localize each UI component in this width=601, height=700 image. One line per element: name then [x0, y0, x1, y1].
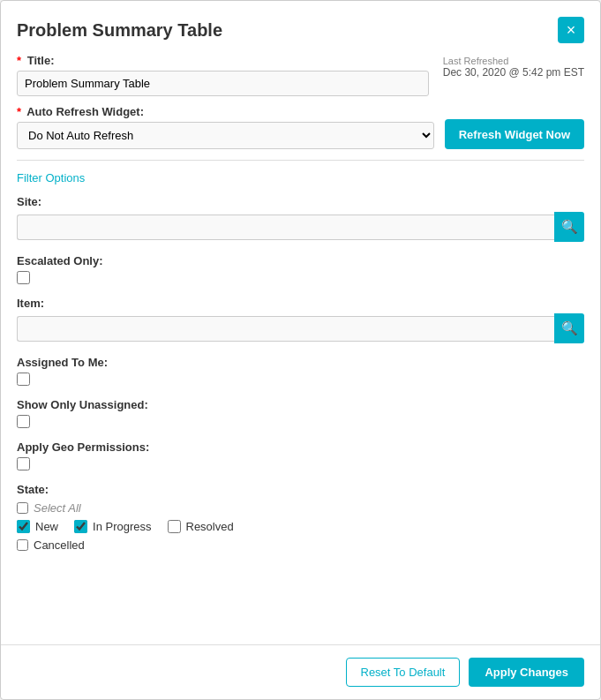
state-label: State: [17, 483, 584, 496]
auto-refresh-select[interactable]: Do Not Auto Refresh Every 1 Minute Every… [17, 122, 434, 149]
title-required-star: * [17, 54, 21, 67]
item-search-row: 🔍 [17, 313, 584, 343]
state-new-label: New [35, 520, 58, 533]
site-search-button[interactable]: 🔍 [554, 212, 584, 242]
show-only-unassigned-field: Show Only Unassigned: [17, 398, 584, 428]
assigned-to-me-label: Assigned To Me: [17, 356, 584, 369]
refresh-widget-now-button[interactable]: Refresh Widget Now [445, 119, 584, 149]
escalated-only-label: Escalated Only: [17, 254, 584, 267]
close-button[interactable]: × [558, 17, 584, 43]
modal-footer: Reset To Default Apply Changes [1, 644, 600, 699]
assigned-to-me-field: Assigned To Me: [17, 356, 584, 386]
auto-refresh-section: * Auto Refresh Widget: Do Not Auto Refre… [17, 105, 434, 149]
escalated-only-checkbox-row [17, 271, 584, 284]
state-cancelled-checkbox[interactable] [17, 539, 28, 551]
apply-geo-permissions-checkbox[interactable] [17, 457, 30, 470]
title-section: * Title: [17, 54, 429, 96]
state-section: State: Select All New In Progress Resolv… [17, 483, 584, 552]
item-search-icon: 🔍 [561, 320, 578, 336]
modal-body: * Title: Last Refreshed Dec 30, 2020 @ 5… [1, 54, 600, 644]
item-search-button[interactable]: 🔍 [554, 313, 584, 343]
escalated-only-field: Escalated Only: [17, 254, 584, 284]
state-option-cancelled: Cancelled [17, 538, 584, 552]
select-all-row: Select All [17, 501, 584, 515]
site-input[interactable] [17, 215, 554, 240]
state-in-progress-label: In Progress [93, 520, 151, 533]
state-resolved-label: Resolved [186, 520, 234, 533]
modal-title: Problem Summary Table [17, 20, 222, 41]
last-refreshed-label: Last Refreshed [443, 56, 584, 66]
title-input[interactable] [17, 71, 429, 96]
escalated-only-checkbox[interactable] [17, 271, 30, 284]
site-search-row: 🔍 [17, 212, 584, 242]
last-refreshed-value: Dec 30, 2020 @ 5:42 pm EST [443, 66, 584, 79]
state-option-resolved: Resolved [168, 520, 234, 533]
apply-geo-permissions-field: Apply Geo Permissions: [17, 440, 584, 470]
state-resolved-checkbox[interactable] [168, 520, 181, 533]
title-refresh-row: * Title: Last Refreshed Dec 30, 2020 @ 5… [17, 54, 584, 96]
state-option-new: New [17, 520, 58, 533]
select-all-label: Select All [34, 501, 81, 515]
site-field: Site: 🔍 [17, 195, 584, 242]
auto-refresh-required-star: * [17, 105, 21, 118]
show-only-unassigned-label: Show Only Unassigned: [17, 398, 584, 411]
show-only-unassigned-checkbox-row [17, 415, 584, 428]
assigned-to-me-checkbox-row [17, 373, 584, 386]
state-option-in-progress: In Progress [74, 520, 151, 533]
state-new-checkbox[interactable] [17, 520, 30, 533]
last-refreshed-section: Last Refreshed Dec 30, 2020 @ 5:42 pm ES… [443, 54, 584, 79]
state-in-progress-checkbox[interactable] [74, 520, 87, 533]
modal-container: Problem Summary Table × * Title: Last Re… [0, 0, 601, 700]
divider [17, 160, 584, 161]
auto-refresh-row: * Auto Refresh Widget: Do Not Auto Refre… [17, 105, 584, 149]
title-label: * Title: [17, 54, 429, 67]
item-input[interactable] [17, 316, 554, 342]
item-field: Item: 🔍 [17, 297, 584, 343]
item-label: Item: [17, 297, 584, 310]
apply-changes-button[interactable]: Apply Changes [469, 658, 584, 687]
apply-geo-permissions-checkbox-row [17, 457, 584, 470]
filter-options-label: Filter Options [17, 171, 584, 184]
select-all-checkbox[interactable] [17, 502, 28, 514]
reset-to-default-button[interactable]: Reset To Default [346, 658, 461, 687]
state-options-row: New In Progress Resolved [17, 520, 584, 533]
show-only-unassigned-checkbox[interactable] [17, 415, 30, 428]
site-search-icon: 🔍 [561, 219, 578, 235]
modal-header: Problem Summary Table × [1, 1, 600, 54]
auto-refresh-label: * Auto Refresh Widget: [17, 105, 434, 118]
site-label: Site: [17, 195, 584, 208]
assigned-to-me-checkbox[interactable] [17, 373, 30, 386]
state-cancelled-label: Cancelled [34, 538, 85, 552]
apply-geo-permissions-label: Apply Geo Permissions: [17, 440, 584, 454]
